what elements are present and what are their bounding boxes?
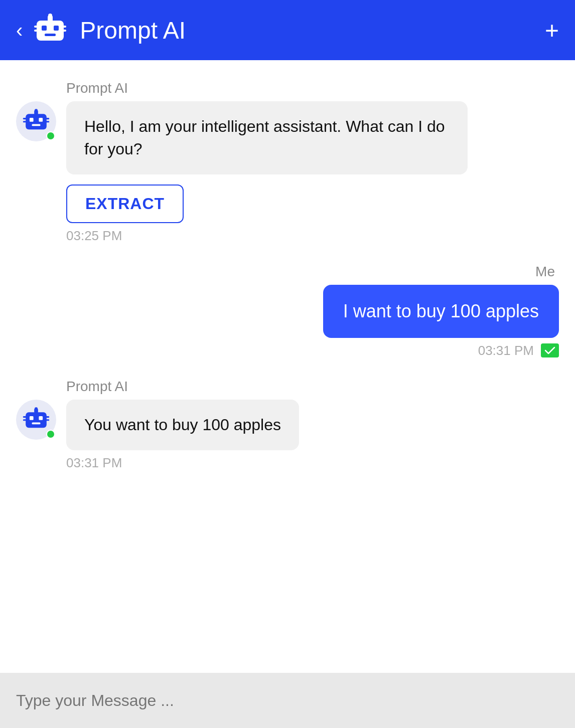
svg-point-15 — [35, 109, 38, 112]
svg-rect-20 — [26, 412, 47, 428]
user-time-row: 03:31 PM — [478, 343, 559, 358]
ai-time-1: 03:25 PM — [66, 228, 559, 244]
ai-avatar-container-2 — [16, 400, 56, 440]
robot-icon — [23, 108, 50, 135]
svg-rect-12 — [39, 118, 43, 122]
ai-message-row-1: Hello, I am your intelligent assistant. … — [16, 101, 559, 174]
ai-sender-label: Prompt AI — [66, 80, 559, 96]
header-title: Prompt AI — [80, 17, 545, 44]
ai-message-row-2: You want to buy 100 apples — [16, 400, 559, 450]
svg-rect-21 — [30, 416, 34, 420]
app-icon — [33, 13, 68, 48]
ai-message-group-1: Prompt AI — [16, 80, 559, 244]
ai-greeting-bubble: Hello, I am your intelligent assistant. … — [66, 101, 468, 174]
user-time: 03:31 PM — [478, 343, 534, 358]
message-input[interactable] — [16, 691, 559, 710]
ai-time-2: 03:31 PM — [66, 455, 559, 471]
read-receipt-icon — [541, 343, 559, 357]
svg-rect-22 — [39, 416, 43, 420]
svg-rect-13 — [32, 124, 41, 126]
svg-rect-0 — [37, 21, 64, 41]
extract-area: EXTRACT — [66, 185, 559, 223]
user-bubble: I want to buy 100 apples — [323, 285, 559, 338]
new-chat-button[interactable]: + — [545, 17, 559, 44]
robot-icon-2 — [23, 406, 50, 433]
user-message-group: Me I want to buy 100 apples 03:31 PM — [16, 264, 559, 358]
svg-rect-11 — [30, 118, 34, 122]
ai-response-bubble: You want to buy 100 apples — [66, 400, 299, 450]
app-header: ‹ Prompt AI + — [0, 0, 575, 60]
ai-message-group-2: Prompt AI — [16, 379, 559, 471]
back-button[interactable]: ‹ — [16, 20, 23, 40]
svg-rect-23 — [32, 422, 41, 424]
ai-avatar-container — [16, 101, 56, 141]
message-input-area — [0, 673, 575, 728]
online-dot-2 — [46, 430, 55, 439]
svg-rect-1 — [42, 26, 47, 31]
svg-point-5 — [48, 14, 52, 18]
svg-rect-3 — [45, 34, 56, 36]
svg-rect-10 — [26, 114, 47, 129]
user-sender-label: Me — [535, 264, 555, 280]
checkmark-icon — [544, 346, 555, 354]
chat-area: Prompt AI — [0, 60, 575, 673]
svg-point-25 — [35, 407, 38, 410]
extract-button[interactable]: EXTRACT — [66, 185, 184, 223]
svg-rect-2 — [54, 26, 59, 31]
online-dot — [46, 131, 55, 140]
ai-sender-label-2: Prompt AI — [66, 379, 559, 395]
